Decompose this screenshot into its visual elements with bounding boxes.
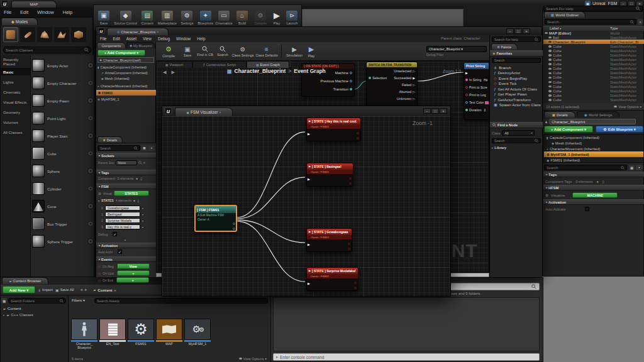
toolbar-source-control-button[interactable]: ◆Source Control (113, 11, 138, 25)
eye-icon[interactable] (548, 68, 552, 70)
bp-window-tab[interactable]: ⚙Character_Blueprint× (107, 28, 169, 35)
find-in-cb-button[interactable]: Find in CB (196, 46, 214, 57)
toolbar-marketplace-button[interactable]: ▥Marketplace (157, 11, 177, 25)
drag-handle[interactable] (89, 169, 92, 173)
asset-en-test[interactable]: EN_Test (99, 319, 126, 354)
eye-icon[interactable] (548, 36, 552, 39)
search-folders-input[interactable]: Search Folders (8, 298, 66, 304)
outliner-row[interactable]: BallStaticMeshActor (543, 35, 644, 40)
expand-caret-icon[interactable]: ▾ (98, 199, 99, 202)
bp-menu-edit[interactable]: Edit (113, 36, 119, 41)
drag-handle[interactable] (89, 63, 92, 67)
details-search-input[interactable]: Search (544, 165, 627, 170)
nav-forward-icon[interactable]: ▸ (172, 68, 175, 76)
eye-icon[interactable] (548, 77, 552, 79)
out-pin-icon[interactable] (233, 228, 235, 230)
fsm-section-header[interactable]: ▾FSM (96, 184, 156, 189)
bp-tree-mesh[interactable]: ◈Mesh (Inherited) (101, 76, 130, 81)
element-options-icon[interactable]: ▾ (142, 219, 143, 222)
bp-details-search-input[interactable]: Search (97, 145, 140, 151)
bp-myblueprint-tab[interactable]: ▣My Blueprint (126, 42, 155, 48)
fsm-window-tab[interactable]: ◉FSM Visualizer× (175, 107, 233, 116)
add-component-button[interactable]: + Add Component ▾ (544, 126, 593, 133)
trash-icon[interactable]: ▯ (140, 177, 142, 180)
drag-handle[interactable] (89, 151, 92, 155)
event-graph-tab[interactable]: ▦Event Graph (247, 61, 289, 68)
event-update-add-button[interactable]: + (117, 270, 150, 276)
find-node-header[interactable]: Find a Node (490, 122, 543, 128)
outliner-row[interactable]: CubeStaticMeshActor (543, 89, 644, 93)
pin-selection-and-succeeded[interactable]: SelectionSucceeded▶ (367, 74, 417, 81)
drag-handle[interactable] (89, 187, 92, 190)
debug-object-dropdown[interactable]: Character_Blueprint ▾ (426, 46, 487, 52)
path-breadcrumb[interactable]: ▰Content▸ (93, 288, 116, 292)
drag-handle[interactable] (89, 99, 92, 102)
placement-basic-icon[interactable] (3, 27, 18, 42)
close-button[interactable]: × (523, 28, 530, 34)
state-value-input[interactable]: Gowabongaaa (105, 206, 140, 211)
out-pin-icon[interactable] (349, 182, 352, 185)
bp-self-node[interactable]: ♟Character_Blueprint(self) (97, 57, 154, 63)
menu-help[interactable]: Help (63, 9, 72, 15)
collapse-arrow-icon[interactable]: ▲ (124, 238, 126, 241)
toolbar-play-button[interactable]: ▶Play (270, 11, 283, 25)
library-section[interactable]: ▸Library (492, 146, 506, 150)
element-options-icon[interactable]: ▾ (142, 213, 143, 216)
actor-type[interactable]: Edit Character_Bl (610, 40, 638, 44)
events-header[interactable]: ▾Events (96, 256, 156, 262)
placement-geometry-icon[interactable] (54, 27, 69, 42)
state-value-input[interactable]: Bazingaa! (105, 212, 140, 217)
eye-icon[interactable] (548, 45, 552, 48)
bp-menu-window[interactable]: Window (176, 36, 191, 41)
out-pin-icon[interactable] (354, 287, 357, 289)
eye-icon[interactable] (548, 85, 552, 88)
activation-section-header[interactable]: ▾Activation (543, 199, 644, 205)
grid-toggle-icon[interactable]: ▦ (142, 145, 147, 151)
menu-file[interactable]: File (4, 9, 11, 15)
eye-icon[interactable] (548, 72, 552, 75)
place-cone[interactable]: Cone (32, 199, 92, 214)
toolbar-cinematics-button[interactable]: ▭Cinematics (215, 11, 233, 25)
folder-item-content[interactable]: ▰Content (3, 306, 21, 310)
exec-pin-icon[interactable]: ▷ (413, 97, 415, 101)
compile-button[interactable]: ⚙Compile (158, 45, 179, 58)
breadcrumb-root[interactable]: Character_Blueprint (235, 68, 286, 74)
pin-unselected[interactable]: Unselected▷ (367, 67, 417, 74)
out-pin-icon[interactable] (233, 222, 235, 225)
palette-item-get-player-pawn[interactable]: ƒGet Player Pawn (490, 92, 543, 97)
asset-character-blueprint[interactable]: Character_ Blueprint (71, 319, 97, 354)
pin-print-screen[interactable]: Print to Scre (464, 84, 489, 91)
add-new-button[interactable]: Add New ▾ (3, 286, 35, 293)
palette-item-get-all-actors[interactable]: ƒGet All Actors Of Class (490, 86, 543, 92)
pin-in-string[interactable]: In StringHe (464, 76, 489, 84)
float-pin-icon[interactable] (465, 109, 468, 111)
sockets-header[interactable]: ▾Sockets (96, 153, 156, 158)
bp-tree-charactermovement[interactable]: +CharacterMovement (Inherited) (97, 84, 148, 89)
place-sphere[interactable]: Sphere (32, 163, 92, 178)
exec-pin-icon[interactable]: ▶ (413, 76, 415, 80)
clear-socket-icon[interactable]: × (143, 161, 145, 165)
column-type[interactable]: Type (610, 26, 618, 30)
pin-unknown[interactable]: Unknown▷ (367, 95, 417, 102)
trash-icon[interactable]: ▯ (137, 199, 139, 202)
main-level-tab[interactable]: MAP (11, 1, 57, 8)
outliner-row[interactable]: CubeStaticMeshActor (543, 71, 644, 75)
bp-menu-view[interactable]: View (143, 36, 152, 41)
fsm-state-node-2[interactable]: ⚑[ STATE ] Bazingaa! Owner : FSM01 ▶ (306, 163, 353, 187)
category-volumes[interactable]: Volumes (1, 118, 30, 126)
bp-tree-myhfsm[interactable]: ⚙MyHFSM_1 (97, 97, 119, 102)
drag-handle[interactable] (89, 222, 92, 226)
pin-print-log[interactable]: Print to Log (464, 91, 489, 99)
exec-in-pin-icon[interactable]: ▶ (308, 132, 310, 136)
eye-icon[interactable] (548, 50, 552, 52)
object-pin-icon[interactable] (350, 72, 352, 74)
bp-play-button[interactable]: ▶Play (305, 45, 318, 58)
exec-pin-icon[interactable]: ▷ (413, 69, 415, 73)
exec-in-pin-icon[interactable]: ▶ (308, 243, 310, 246)
debug-checkbox[interactable]: ✓ (113, 232, 117, 236)
drag-handle[interactable] (89, 239, 92, 243)
palette-item-branch[interactable]: ⋔Branch (490, 65, 543, 70)
exec-pin-icon[interactable]: ▷ (413, 90, 415, 94)
eye-icon[interactable] (548, 90, 552, 92)
eye-icon[interactable] (545, 32, 548, 35)
